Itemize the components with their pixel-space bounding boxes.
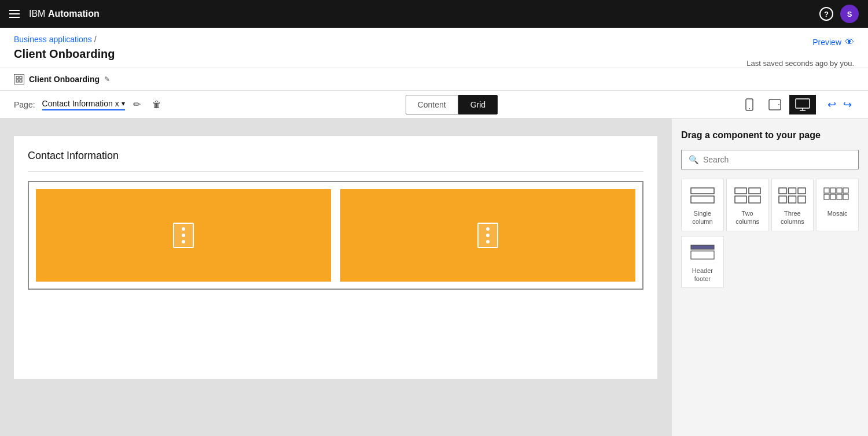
svg-rect-31	[691, 245, 714, 249]
header-footer-svg	[689, 244, 716, 261]
search-icon: 🔍	[689, 155, 698, 164]
svg-rect-8	[796, 99, 810, 108]
mosaic-label: Mosaic	[827, 209, 848, 217]
top-navigation: IBM Automation ? S	[0, 0, 868, 28]
svg-rect-28	[830, 194, 836, 199]
app-name-label: Client Onboarding	[29, 75, 100, 84]
component-two-columns[interactable]: Two columns	[726, 179, 769, 231]
svg-rect-15	[735, 196, 746, 203]
svg-point-7	[778, 104, 779, 105]
preview-link[interactable]: Preview 👁	[812, 37, 854, 47]
delete-page-button[interactable]: 🗑	[149, 96, 165, 113]
page-content: Contact Information	[14, 136, 657, 379]
breadcrumb: Business applications /	[14, 35, 97, 44]
svg-rect-20	[779, 196, 786, 203]
page-label: Page:	[14, 100, 35, 109]
section-divider	[28, 171, 643, 172]
redo-button[interactable]: ↪	[841, 96, 854, 113]
svg-rect-19	[798, 188, 806, 194]
svg-rect-12	[691, 196, 714, 203]
svg-rect-14	[749, 188, 760, 194]
svg-rect-0	[16, 76, 19, 79]
toolbar: Page: Contact Information x ▾ ✏ 🗑 Conten…	[0, 91, 868, 119]
dot-icon	[486, 234, 490, 237]
preview-eye-icon: 👁	[845, 37, 854, 47]
nav-right: ? S	[819, 5, 859, 23]
mobile-view-button[interactable]	[738, 95, 760, 114]
trash-icon: 🗑	[152, 99, 161, 110]
mosaic-icon	[822, 185, 852, 206]
column-drag-handle-1[interactable]	[173, 223, 194, 248]
page-selector[interactable]: Contact Information x ▾	[42, 99, 125, 110]
dot-icon	[486, 227, 490, 231]
breadcrumb-parent-link[interactable]: Business applications	[14, 35, 92, 44]
main-layout: Contact Information	[0, 119, 868, 436]
mosaic-svg	[823, 187, 851, 204]
svg-rect-32	[691, 251, 714, 259]
svg-rect-27	[824, 194, 829, 199]
component-single-column[interactable]: Single column	[681, 179, 724, 231]
component-grid: Single column Two columns	[681, 179, 859, 231]
svg-rect-22	[798, 196, 806, 203]
panel-title: Drag a component to your page	[681, 130, 859, 141]
app-icon	[14, 74, 24, 84]
component-header-footer[interactable]: Header footer	[681, 236, 724, 289]
header-footer-label: Header footer	[685, 267, 720, 283]
search-box: 🔍	[681, 150, 859, 169]
device-icons	[738, 95, 816, 114]
save-status: Last saved seconds ago by you.	[746, 59, 854, 68]
single-column-icon	[687, 185, 718, 206]
component-three-columns[interactable]: Three columns	[771, 179, 814, 231]
two-columns-label: Two columns	[730, 209, 765, 226]
right-panel: Drag a component to your page 🔍 Single c…	[671, 119, 868, 436]
svg-rect-21	[789, 196, 796, 203]
svg-rect-30	[843, 194, 848, 199]
page-title: Client Onboarding	[14, 47, 115, 68]
svg-rect-13	[735, 188, 746, 194]
three-columns-icon	[777, 185, 807, 206]
component-mosaic[interactable]: Mosaic	[816, 179, 859, 231]
undo-button[interactable]: ↩	[825, 96, 838, 113]
page-chevron-icon: ▾	[122, 99, 125, 108]
tablet-icon	[768, 99, 781, 110]
view-tabs: Content Grid	[406, 95, 498, 114]
column-drag-handle-2[interactable]	[477, 223, 498, 248]
two-columns-icon	[733, 185, 763, 206]
desktop-icon	[795, 98, 810, 111]
tablet-view-button[interactable]	[763, 95, 787, 114]
canvas-area: Contact Information	[0, 119, 671, 436]
dot-icon	[182, 227, 185, 231]
app-subheader: Client Onboarding ✎	[0, 68, 868, 91]
user-avatar[interactable]: S	[840, 5, 859, 23]
help-button[interactable]: ?	[819, 7, 833, 21]
two-col-svg	[734, 187, 762, 204]
header-footer-icon	[687, 242, 718, 263]
svg-rect-25	[837, 188, 842, 193]
content-tab[interactable]: Content	[406, 95, 458, 114]
dot-icon	[182, 234, 185, 237]
dot-icon	[486, 240, 490, 243]
svg-rect-29	[837, 194, 842, 199]
grid-container	[28, 181, 643, 290]
grid-tab[interactable]: Grid	[458, 95, 498, 114]
three-col-svg	[778, 187, 806, 204]
pencil-icon: ✏	[133, 99, 141, 110]
svg-rect-1	[20, 76, 22, 79]
menu-button[interactable]	[9, 10, 20, 18]
dot-icon	[182, 240, 185, 243]
edit-page-button[interactable]: ✏	[130, 95, 144, 113]
svg-rect-18	[789, 188, 796, 194]
svg-rect-2	[16, 80, 19, 82]
grid-column-2	[340, 189, 635, 282]
three-columns-label: Three columns	[775, 209, 810, 226]
desktop-view-button[interactable]	[789, 95, 816, 114]
svg-rect-24	[830, 188, 836, 193]
svg-rect-16	[749, 196, 760, 203]
search-input[interactable]	[703, 155, 851, 164]
single-column-label: Single column	[685, 209, 720, 226]
svg-point-5	[749, 108, 750, 109]
breadcrumb-row: Business applications / Preview 👁	[14, 35, 854, 47]
app-name-edit-icon[interactable]: ✎	[104, 75, 110, 83]
component-grid-row2: Header footer	[681, 236, 859, 289]
svg-rect-23	[824, 188, 829, 193]
